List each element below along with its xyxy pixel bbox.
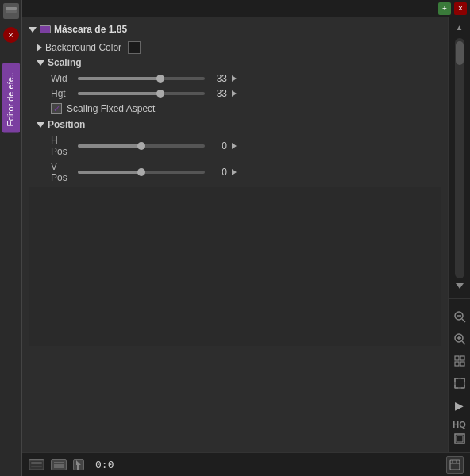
close-button[interactable]: ×: [454, 2, 467, 15]
scrollbar-thumb: [456, 41, 464, 65]
svg-rect-0: [6, 7, 17, 10]
scaling-fixed-row: ✓ Scaling Fixed Aspect: [29, 103, 441, 114]
collapse-arrow-icon[interactable]: [29, 27, 37, 33]
scaling-label: Scaling: [48, 57, 82, 68]
vpos-arrow-icon[interactable]: [232, 169, 237, 175]
close-circle-icon[interactable]: ×: [3, 27, 19, 43]
svg-marker-23: [76, 460, 81, 470]
zoom-out-icon[interactable]: [452, 309, 468, 324]
color-swatch[interactable]: [128, 41, 141, 54]
wid-label: Wid: [51, 73, 73, 84]
vpos-param-row: V Pos 0: [29, 161, 441, 183]
scroll-up-icon[interactable]: ▲: [453, 21, 466, 33]
hgt-slider[interactable]: [78, 92, 205, 95]
vpos-slider[interactable]: [78, 171, 205, 174]
sidebar-tab-effects[interactable]: Editor de efe...: [2, 63, 20, 133]
background-color-row: Backeround Color: [29, 41, 441, 54]
scaling-fixed-label: Scaling Fixed Aspect: [67, 103, 155, 114]
svg-rect-24: [450, 460, 460, 470]
wid-slider[interactable]: [78, 77, 205, 80]
mask-icon: [40, 25, 51, 33]
play-icon[interactable]: ▶: [452, 397, 468, 413]
svg-rect-11: [460, 356, 464, 360]
hgt-arrow-icon[interactable]: [232, 90, 237, 97]
scroll-down-icon[interactable]: [456, 283, 464, 289]
wid-value: 33: [210, 73, 227, 84]
svg-rect-16: [457, 436, 463, 442]
properties-panel: Máscara de 1.85 Backeround Color Scaling…: [22, 17, 448, 452]
cursor-icon[interactable]: [73, 459, 84, 470]
fullscreen-icon[interactable]: [453, 432, 466, 447]
hpos-slider[interactable]: [78, 144, 205, 148]
hpos-label: H Pos: [51, 135, 73, 157]
expand-bg-arrow-icon[interactable]: [37, 44, 42, 52]
hgt-value: 33: [210, 88, 227, 99]
divider: [449, 298, 470, 299]
empty-area: [29, 187, 441, 346]
timeline-icon[interactable]: [29, 459, 44, 470]
svg-line-7: [462, 341, 465, 344]
svg-rect-12: [455, 362, 459, 366]
vpos-label: V Pos: [51, 161, 73, 183]
scaling-section-row: Scaling: [29, 57, 441, 68]
left-sidebar: × Editor de efe...: [0, 0, 22, 476]
background-color-label: Backeround Color: [45, 42, 121, 53]
timecode-display: 0:0: [95, 459, 114, 470]
main-panel: + × Máscara de 1.85 Backeround Color: [22, 0, 470, 476]
svg-rect-14: [455, 378, 464, 388]
collapse-scaling-arrow-icon[interactable]: [37, 60, 44, 66]
wid-param-row: Wid 33: [29, 73, 441, 84]
position-label: Position: [48, 119, 85, 130]
svg-rect-18: [31, 462, 42, 464]
hgt-label: Hgt: [51, 88, 73, 99]
right-toolbar: ▲: [448, 17, 470, 452]
svg-line-4: [462, 319, 465, 322]
bottom-toolbar: 0:0: [22, 452, 470, 476]
hgt-param-row: Hgt 33: [29, 88, 441, 99]
hpos-arrow-icon[interactable]: [232, 143, 237, 149]
svg-rect-10: [455, 356, 459, 360]
scrollbar[interactable]: [455, 38, 464, 278]
layer-icon[interactable]: [3, 3, 19, 19]
svg-rect-19: [31, 466, 42, 467]
hq-label[interactable]: HQ: [453, 420, 466, 429]
svg-rect-2: [6, 13, 17, 15]
grid-icon[interactable]: [452, 353, 468, 369]
svg-rect-13: [460, 362, 464, 366]
hpos-value: 0: [210, 140, 227, 152]
zoom-in-icon[interactable]: [452, 331, 468, 347]
markers-icon[interactable]: [51, 459, 67, 470]
wid-arrow-icon[interactable]: [232, 75, 237, 82]
hpos-param-row: H Pos 0: [29, 135, 441, 157]
panel-title-row: Máscara de 1.85: [29, 22, 441, 36]
vpos-value: 0: [210, 167, 227, 178]
collapse-position-arrow-icon[interactable]: [37, 122, 44, 128]
scaling-fixed-checkbox[interactable]: ✓: [51, 103, 62, 114]
top-toolbar: + ×: [22, 0, 470, 17]
settings-icon[interactable]: [446, 456, 464, 474]
panel-title: Máscara de 1.85: [54, 24, 127, 35]
fit-frame-icon[interactable]: [452, 375, 468, 391]
svg-rect-1: [6, 10, 17, 13]
add-button[interactable]: +: [438, 2, 451, 15]
position-section-row: Position: [29, 119, 441, 130]
